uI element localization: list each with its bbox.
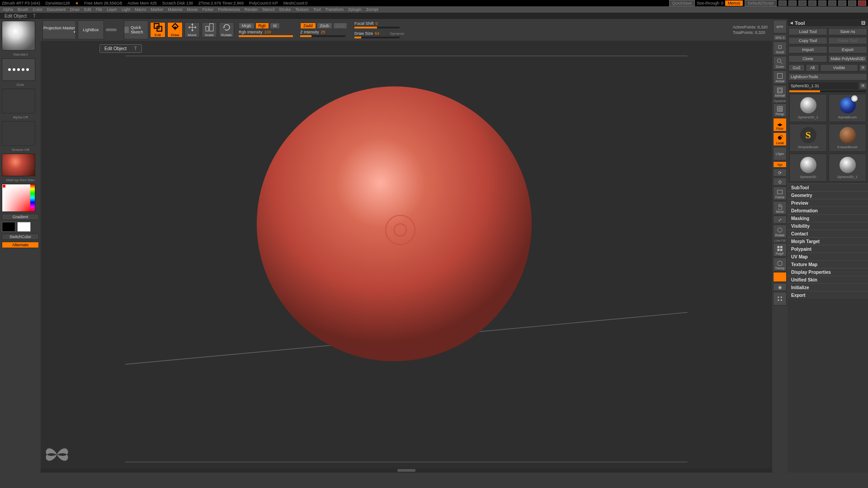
quicksketch-button[interactable]: Quick Sketch — [124, 20, 148, 39]
local-button[interactable]: Local — [773, 132, 787, 146]
dynamic-label[interactable]: Dynamic — [390, 32, 404, 36]
projection-master-button[interactable]: Projection Master ▾ — [42, 20, 76, 39]
menu-zplugin[interactable]: Zplugin — [348, 7, 362, 12]
frame-cam-button[interactable]: Frame — [773, 187, 787, 200]
import-button[interactable]: Import — [788, 46, 827, 53]
zoom-button[interactable]: Zoom — [773, 56, 787, 70]
layout-slot-2[interactable] — [788, 0, 797, 6]
layout-slot-4[interactable] — [808, 0, 816, 6]
thumb-simplebrush[interactable]: SSimpleBrush — [789, 124, 827, 152]
bottom-strip[interactable] — [41, 468, 772, 473]
acc-preview[interactable]: Preview — [788, 199, 868, 206]
acc-deformation[interactable]: Deformation — [788, 206, 868, 214]
menu-preferences[interactable]: Preferences — [218, 7, 240, 12]
menu-stencil[interactable]: Stencil — [262, 7, 274, 12]
swatch-secondary[interactable] — [17, 222, 31, 232]
brush-preview[interactable] — [2, 21, 35, 51]
goz-visible-button[interactable]: Visible — [820, 64, 858, 71]
load-tool-button[interactable]: Load Tool — [788, 28, 827, 35]
tool-header[interactable]: ◂ Tool ⊟ — [788, 19, 868, 27]
acc-geometry[interactable]: Geometry — [788, 191, 868, 199]
menu-macro[interactable]: Macro — [135, 7, 146, 12]
seethrough-value[interactable]: 0 — [721, 1, 723, 5]
menu-texture[interactable]: Texture — [295, 7, 309, 12]
menu-tool[interactable]: Tool — [313, 7, 321, 12]
menus-button[interactable]: Menus — [725, 0, 743, 6]
polyf-button[interactable]: PolyF — [773, 243, 787, 257]
thumb-sphere3d-dup[interactable]: Sphere3D_1 — [829, 154, 866, 182]
save-as-button[interactable]: Save As — [828, 28, 867, 35]
thumb-sphere3d[interactable]: Sphere3D — [789, 154, 827, 182]
focal-shift-value[interactable]: 0 — [376, 21, 378, 26]
ghost-button[interactable] — [773, 272, 787, 282]
cam-rotate-button[interactable]: Rotate — [773, 225, 787, 238]
solo-button[interactable]: ◉ — [773, 283, 787, 291]
acc-unified-skin[interactable]: Unified Skin — [788, 276, 868, 283]
color-picker[interactable] — [2, 184, 35, 212]
acc-texture-map[interactable]: Texture Map — [788, 260, 868, 268]
goz-r-button[interactable]: R — [859, 64, 867, 71]
layout-slot-6[interactable] — [828, 0, 836, 6]
alternate-button[interactable]: Alternate — [2, 242, 39, 248]
bpr-button[interactable]: BPR — [773, 20, 787, 33]
menu-draw[interactable]: Draw — [70, 7, 80, 12]
acc-masking[interactable]: Masking — [788, 214, 868, 222]
acc-morph-target[interactable]: Morph Target — [788, 237, 868, 245]
menu-document[interactable]: Document — [47, 7, 66, 12]
stroke-preview[interactable] — [2, 58, 35, 81]
acc-initialize[interactable]: Initialize — [788, 283, 868, 291]
acc-subtool[interactable]: SubTool — [788, 183, 868, 191]
acc-polypaint[interactable]: Polypaint — [788, 245, 868, 253]
draw-button[interactable]: Draw — [167, 22, 183, 38]
current-tool-name[interactable]: Sphere3D_1.31 — [788, 82, 858, 89]
menu-movie[interactable]: Movie — [187, 7, 198, 12]
menu-render[interactable]: Render — [245, 7, 258, 12]
menu-alpha[interactable]: Alpha — [3, 7, 13, 12]
m-button[interactable]: M — [270, 23, 280, 29]
thumb-alphabrush[interactable]: AlphaBrush — [829, 94, 866, 122]
rgb-button[interactable]: Rgb — [255, 23, 269, 29]
acc-contact[interactable]: Contact — [788, 230, 868, 237]
minimize-button[interactable] — [838, 0, 846, 6]
center-button[interactable]: ⊙ — [773, 178, 787, 186]
swatch-main[interactable] — [2, 222, 15, 232]
divider-slider[interactable] — [106, 28, 117, 31]
menu-picker[interactable]: Picker — [202, 7, 213, 12]
scale-button[interactable]: Scale — [202, 22, 217, 38]
aahalf-button[interactable]: AAHalf — [773, 85, 787, 99]
layout-slot-3[interactable] — [798, 0, 807, 6]
scroll-button[interactable]: Scroll — [773, 42, 787, 55]
rotate-button[interactable]: Rotate — [219, 22, 234, 38]
acc-visibility[interactable]: Visibility — [788, 222, 868, 230]
clone-button[interactable]: Clone — [788, 55, 827, 62]
copy-tool-button[interactable]: Copy Tool — [788, 37, 827, 44]
zsub-button[interactable]: Zsub — [317, 23, 332, 29]
export-button[interactable]: Export — [828, 46, 867, 53]
floor-button[interactable]: Floor — [773, 118, 787, 131]
mrgb-button[interactable]: Mrgb — [239, 23, 255, 29]
maximize-button[interactable] — [848, 0, 856, 6]
menu-edit[interactable]: Edit — [84, 7, 91, 12]
menu-material[interactable]: Material — [168, 7, 182, 12]
edit-button[interactable]: Edit — [150, 22, 165, 38]
frame-button[interactable]: ⟳ — [773, 169, 787, 177]
menu-brush[interactable]: Brush — [18, 7, 28, 12]
spix-slider[interactable]: SPix 3 — [773, 34, 787, 41]
z-intensity-value[interactable]: 25 — [321, 30, 326, 34]
make-polymesh-button[interactable]: Make PolyMesh3D — [828, 55, 867, 62]
current-tool-r[interactable]: R — [859, 82, 867, 89]
goz-all-button[interactable]: All — [806, 64, 819, 71]
switchcolor-button[interactable]: SwitchColor — [2, 234, 39, 240]
layout-dropdown[interactable]: DefaultZScript — [745, 0, 777, 6]
menu-file[interactable]: File — [96, 7, 103, 12]
zcut-button[interactable]: Zcut — [333, 23, 348, 29]
transp-button[interactable]: Transp — [773, 258, 787, 271]
actual-button[interactable]: Actual — [773, 70, 787, 84]
texture-preview[interactable] — [2, 121, 35, 146]
move-button[interactable]: Move — [184, 22, 200, 38]
xpose-button[interactable] — [773, 292, 787, 305]
lightbox-tools-button[interactable]: Lightbox>Tools — [788, 73, 867, 80]
cam-move-button[interactable]: Move — [773, 201, 787, 215]
menu-color[interactable]: Color — [33, 7, 43, 12]
collapse-icon[interactable]: ⊟ — [861, 20, 865, 26]
